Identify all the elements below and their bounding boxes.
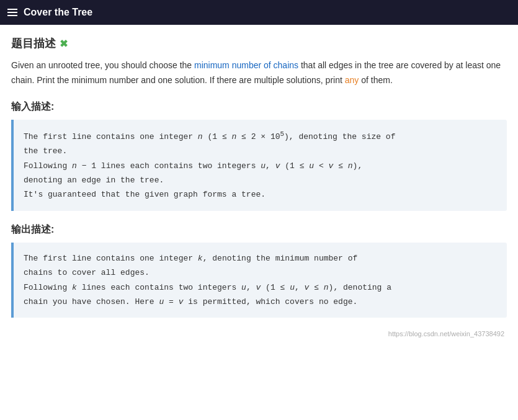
output-line-1: The first line contains one integer k, d… (24, 251, 497, 266)
desc-highlight-1: minimum number of chains (194, 60, 298, 70)
output-section-heading: 输出描述: (11, 223, 507, 236)
section-heading: 题目描述 ✖ (11, 36, 507, 51)
header-bar: Cover the Tree (0, 0, 518, 25)
input-line-1: The first line contains one integer n (1… (24, 128, 497, 145)
header-title: Cover the Tree (24, 7, 92, 18)
desc-text-1: Given an unrooted tree, you should choos… (11, 60, 194, 70)
watermark: https://blog.csdn.net/weixin_43738492 (11, 330, 507, 337)
section-title-text: 题目描述 (11, 36, 56, 51)
var-n: n (198, 132, 203, 141)
input-code-block: The first line contains one integer n (1… (11, 120, 507, 211)
description-paragraph: Given an unrooted tree, you should choos… (11, 58, 507, 88)
desc-text-3: of them. (359, 75, 392, 85)
desc-highlight-2: any (345, 75, 359, 85)
input-line-3: Following n − 1 lines each contains two … (24, 159, 497, 173)
input-section-heading: 输入描述: (11, 101, 507, 114)
output-code-block: The first line contains one integer k, d… (11, 243, 507, 318)
menu-icon[interactable] (7, 9, 17, 16)
output-line-4: chain you have chosen. Here u = v is per… (24, 295, 497, 309)
input-line-5: It's guaranteed that the given graph for… (24, 187, 497, 202)
input-line-4: denoting an edge in the tree. (24, 173, 497, 187)
section-link-icon[interactable]: ✖ (60, 38, 68, 50)
main-content: 题目描述 ✖ Given an unrooted tree, you shoul… (0, 25, 518, 349)
output-line-3: Following k lines each contains two inte… (24, 280, 497, 295)
input-line-2: the tree. (24, 144, 497, 158)
output-line-2: chains to cover all edges. (24, 266, 497, 280)
